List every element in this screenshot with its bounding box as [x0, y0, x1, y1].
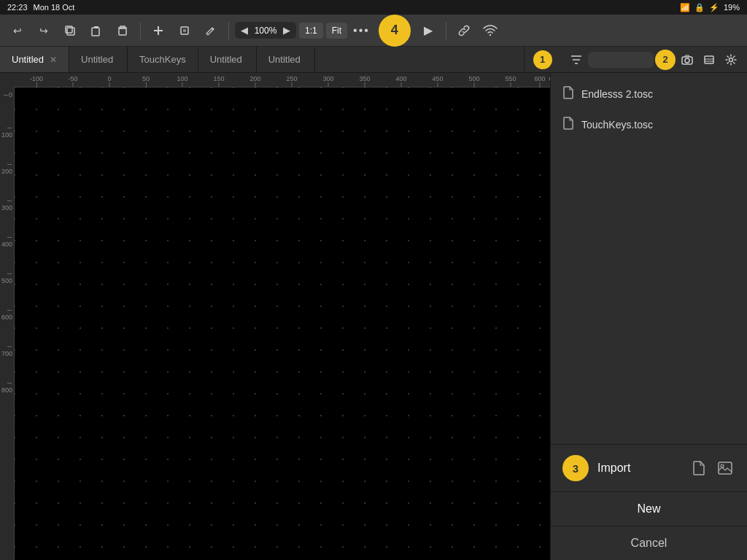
delete-button[interactable]: [111, 19, 134, 42]
play-button[interactable]: ▶: [417, 19, 440, 42]
badge-3: 3: [562, 455, 589, 481]
battery-icon: ⚡: [709, 3, 719, 12]
search-input[interactable]: [588, 52, 654, 68]
tab-label-2: Untitled: [81, 54, 113, 65]
ruler-top: -100 -50 0 50 100 150 200 250 300 350 40…: [15, 73, 550, 88]
tab-untitled-2[interactable]: Untitled: [69, 47, 128, 72]
wifi-status-icon: 📶: [680, 3, 690, 12]
import-label: Import: [597, 462, 680, 475]
file-item-2[interactable]: TouchKeys.tosc: [551, 109, 747, 140]
tab-touchkeys[interactable]: TouchKeys: [128, 47, 198, 72]
zoom-prev-button[interactable]: ◀: [238, 23, 251, 37]
import-icons: [689, 458, 735, 478]
sidebar: Endlesss 2.tosc TouchKeys.tosc 3 Import: [550, 73, 747, 560]
status-time: 22:23: [7, 3, 28, 12]
file-icon-2: [562, 117, 574, 133]
new-button[interactable]: New: [551, 491, 747, 526]
zoom-next-button[interactable]: ▶: [280, 23, 293, 37]
wifi-button[interactable]: [479, 19, 502, 42]
tab-untitled-4[interactable]: Untitled: [257, 47, 315, 72]
redo-button[interactable]: ↪: [32, 19, 55, 42]
paste-button[interactable]: [85, 19, 108, 42]
ruler-corner: [0, 73, 15, 88]
status-bar: 22:23 Mon 18 Oct 📶 🔒 ⚡ 19%: [0, 0, 747, 15]
link-button[interactable]: [452, 19, 476, 42]
svg-rect-15: [705, 56, 713, 63]
tab-label-4: Untitled: [268, 54, 301, 65]
import-image-button[interactable]: [715, 458, 735, 478]
svg-rect-2: [92, 28, 99, 36]
move-button[interactable]: [173, 19, 196, 42]
tab-label-3: Untitled: [210, 54, 242, 65]
tab-untitled-1[interactable]: Untitled ✕: [0, 47, 69, 72]
canvas-area[interactable]: -100 -50 0 50 100 150 200 250 300 350 40…: [0, 73, 550, 560]
import-file-button[interactable]: [689, 458, 709, 478]
ruler-left: 0 100 200 300 400 500 600 700 800: [0, 88, 15, 560]
svg-rect-4: [119, 28, 126, 35]
zoom-control: ◀ 100% ▶: [235, 22, 296, 39]
svg-point-18: [729, 58, 733, 61]
toolbar-sep-2: [228, 22, 229, 39]
lock-icon: 🔒: [694, 3, 705, 12]
file-icon-1: [562, 86, 574, 102]
edit-button[interactable]: [199, 19, 222, 42]
tab-label-touchkeys: TouchKeys: [139, 54, 186, 65]
copy-button[interactable]: [58, 19, 82, 42]
badge-1: 1: [533, 50, 552, 69]
fit-button[interactable]: Fit: [326, 23, 347, 39]
badge-2: 2: [655, 50, 676, 70]
tab-close-1[interactable]: ✕: [50, 55, 57, 64]
bottom-bar: 3 Import New Cancel: [551, 444, 747, 560]
more-dots: •••: [350, 24, 373, 37]
badge-4: 4: [379, 15, 411, 47]
settings-button[interactable]: [721, 50, 741, 70]
main-area: -100 -50 0 50 100 150 200 250 300 350 40…: [0, 73, 747, 560]
ratio-button[interactable]: 1:1: [299, 23, 323, 39]
battery-level: 19%: [724, 3, 740, 12]
right-icons: 2: [560, 50, 747, 70]
import-row: 3 Import: [551, 445, 747, 491]
file-name-2: TouchKeys.tosc: [581, 119, 653, 131]
status-day: Mon 18 Oct: [34, 3, 75, 12]
layer-button[interactable]: [699, 50, 719, 70]
svg-point-9: [489, 34, 491, 35]
file-name-1: Endlesss 2.tosc: [581, 88, 653, 100]
camera-button[interactable]: [677, 50, 697, 70]
filter-button[interactable]: [566, 50, 587, 70]
file-list: Endlesss 2.tosc TouchKeys.tosc: [551, 73, 747, 444]
svg-rect-0: [67, 28, 74, 35]
tab-untitled-3[interactable]: Untitled: [198, 47, 257, 72]
tab-label-1: Untitled: [12, 54, 44, 65]
tab-right-section: 1 2: [524, 47, 747, 72]
svg-rect-3: [94, 26, 98, 28]
toolbar-sep-1: [140, 22, 141, 39]
svg-point-14: [685, 58, 689, 63]
cancel-button[interactable]: Cancel: [551, 526, 747, 560]
toolbar-sep-3: [446, 22, 446, 39]
file-item-1[interactable]: Endlesss 2.tosc: [551, 79, 747, 109]
toolbar: ↩ ↪ ◀ 100% ▶ 1:1 Fit ••• 4 ▶: [0, 15, 747, 47]
canvas[interactable]: [15, 88, 550, 560]
zoom-level: 100%: [252, 26, 279, 36]
svg-rect-19: [719, 462, 732, 474]
ruler-marks-horizontal: -100 -50 0 50 100 150 200 250 300 350 40…: [15, 73, 550, 87]
undo-button[interactable]: ↩: [6, 19, 29, 42]
tabs-bar: Untitled ✕ Untitled TouchKeys Untitled U…: [0, 47, 747, 73]
add-button[interactable]: [147, 19, 170, 42]
